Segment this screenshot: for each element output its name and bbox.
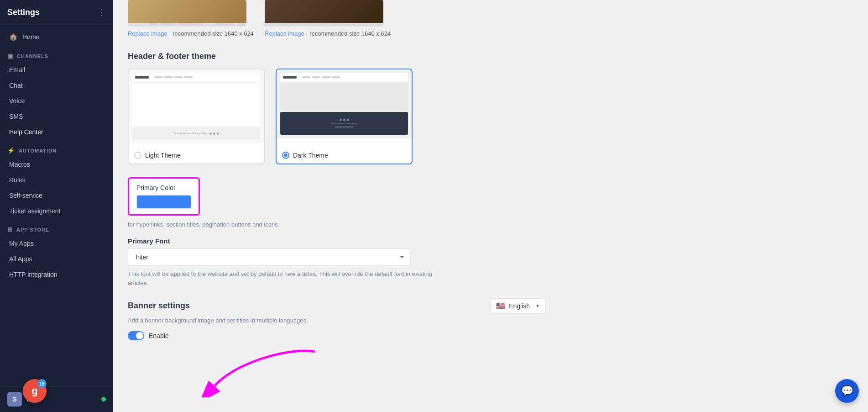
sidebar-section-app-store: ⊞ APP STORE <box>0 219 113 236</box>
more-options-icon[interactable]: ⋮ <box>98 7 106 17</box>
sidebar-item-home[interactable]: 🏠 Home <box>0 29 113 45</box>
main-content: Replace image - recommended size 1640 x … <box>113 0 868 412</box>
theme-card-dark[interactable]: Terms of Service · Privacy Policy Dark T… <box>276 69 413 164</box>
banner-header: Banner settings 🇺🇸 English ▼ <box>128 298 546 313</box>
image-preview-inner-2 <box>265 0 383 23</box>
sidebar-item-voice[interactable]: Voice <box>0 93 113 109</box>
sidebar-item-chat[interactable]: Chat <box>0 78 113 93</box>
sidebar-item-email-label: Email <box>9 66 25 74</box>
sidebar-item-home-label: Home <box>22 33 39 41</box>
gorgias-badge-count: 15 <box>37 379 47 388</box>
sidebar-item-my-apps-label: My Apps <box>9 240 34 247</box>
sidebar-item-sms[interactable]: SMS <box>0 109 113 124</box>
sidebar-item-ticket-assignment[interactable]: Ticket assignment <box>0 203 113 219</box>
image-bottom-bar-1 <box>128 23 246 26</box>
light-theme-preview: Terms of Service - Privacy Policy <box>129 69 264 147</box>
primary-color-box: Primary Color <box>128 177 200 216</box>
primary-color-description: for hyperlinks, section titles, paginati… <box>128 221 411 228</box>
primary-color-label: Primary Color <box>136 184 191 191</box>
image-bottom-bar-2 <box>265 23 383 26</box>
app-store-section-icon: ⊞ <box>7 226 13 233</box>
toggle-row: Enable <box>128 331 546 340</box>
channels-section-icon: ▣ <box>7 53 13 59</box>
image-size-text-2: - recommended size 1640 x 624 <box>306 30 391 37</box>
sidebar-header: Settings ⋮ <box>0 0 113 25</box>
primary-font-section: Primary Font Inter Roboto Open Sans Lato… <box>128 237 546 287</box>
toggle-label: Enable <box>149 332 169 339</box>
sidebar-item-all-apps-label: All Apps <box>9 255 32 263</box>
sidebar-item-rules-label: Rules <box>9 176 26 184</box>
chevron-down-icon: ▼ <box>535 303 540 308</box>
image-label-1: Replace image - recommended size 1640 x … <box>128 30 254 37</box>
chat-widget-button[interactable]: 💬 <box>835 379 859 403</box>
sidebar-item-ticket-assignment-label: Ticket assignment <box>9 207 60 215</box>
image-card-2: Replace image - recommended size 1640 x … <box>265 0 391 37</box>
user-avatar: S <box>7 392 22 407</box>
banner-toggle[interactable] <box>128 331 144 340</box>
chat-widget-icon: 💬 <box>841 385 853 397</box>
light-theme-label: Light Theme <box>129 147 264 164</box>
sidebar-item-self-service[interactable]: Self-service <box>0 188 113 203</box>
home-icon: 🏠 <box>9 33 18 41</box>
image-card-1: Replace image - recommended size 1640 x … <box>128 0 254 37</box>
theme-cards: Terms of Service - Privacy Policy Light … <box>128 69 546 164</box>
image-preview-inner-1 <box>128 0 246 23</box>
sidebar-section-automation: ⚡ AUTOMATION <box>0 140 113 157</box>
arrow-annotation <box>201 343 329 399</box>
dark-theme-radio[interactable] <box>282 152 289 159</box>
font-description: This font will be applied to the website… <box>128 269 447 287</box>
language-label: English <box>509 302 530 310</box>
sidebar-item-http-integration-label: HTTP integration <box>9 271 58 278</box>
replace-image-link-2[interactable]: Replace image <box>265 30 304 37</box>
dark-theme-label: Dark Theme <box>277 147 412 164</box>
sidebar-item-help-center[interactable]: Help Center <box>0 124 113 140</box>
sidebar-item-help-center-label: Help Center <box>9 128 43 136</box>
replace-image-link-1[interactable]: Replace image <box>128 30 167 37</box>
sidebar-item-rules[interactable]: Rules <box>0 172 113 188</box>
sidebar-footer: S Scott <box>0 386 113 412</box>
sidebar-item-macros[interactable]: Macros <box>0 157 113 172</box>
sidebar: Settings ⋮ 🏠 Home ▣ CHANNELS Email Chat … <box>0 0 113 412</box>
sidebar-item-all-apps[interactable]: All Apps <box>0 251 113 267</box>
automation-section-icon: ⚡ <box>7 147 15 154</box>
online-status-dot <box>101 397 106 401</box>
image-size-text-1: - recommended size 1640 x 624 <box>169 30 254 37</box>
banner-title: Banner settings <box>128 301 190 311</box>
gorgias-badge[interactable]: g 15 <box>23 379 47 403</box>
sidebar-nav: 🏠 Home ▣ CHANNELS Email Chat Voice SMS H… <box>0 25 113 386</box>
sidebar-item-chat-label: Chat <box>9 82 23 89</box>
banner-description: Add a banner background image and set ti… <box>128 317 546 324</box>
sidebar-item-http-integration[interactable]: HTTP integration <box>0 267 113 282</box>
primary-color-section: Primary Color <box>128 174 200 217</box>
image-label-2: Replace image - recommended size 1640 x … <box>265 30 391 37</box>
image-preview-1 <box>128 0 246 23</box>
primary-font-select[interactable]: Inter Roboto Open Sans Lato Montserrat <box>128 248 411 266</box>
flag-icon: 🇺🇸 <box>496 301 505 310</box>
sidebar-item-voice-label: Voice <box>9 97 25 105</box>
gorgias-badge-letter: g <box>31 385 37 397</box>
sidebar-item-macros-label: Macros <box>9 161 30 168</box>
sidebar-item-my-apps[interactable]: My Apps <box>0 236 113 251</box>
annotation-arrow-svg <box>201 343 329 397</box>
dark-theme-preview: Terms of Service · Privacy Policy <box>277 69 412 147</box>
language-selector[interactable]: 🇺🇸 English ▼ <box>490 298 546 313</box>
images-row: Replace image - recommended size 1640 x … <box>128 0 546 44</box>
sidebar-item-sms-label: SMS <box>9 113 23 120</box>
banner-settings-section: Banner settings 🇺🇸 English ▼ Add a banne… <box>128 298 546 340</box>
color-swatch[interactable] <box>136 195 191 209</box>
light-theme-radio[interactable] <box>134 152 141 159</box>
theme-card-light[interactable]: Terms of Service - Privacy Policy Light … <box>128 69 265 164</box>
header-footer-theme-title: Header & footer theme <box>128 52 546 61</box>
image-preview-2 <box>265 0 383 23</box>
sidebar-section-channels: ▣ CHANNELS <box>0 45 113 62</box>
sidebar-item-email[interactable]: Email <box>0 62 113 78</box>
sidebar-title: Settings <box>7 8 40 17</box>
sidebar-item-self-service-label: Self-service <box>9 192 42 199</box>
primary-font-label: Primary Font <box>128 237 546 245</box>
